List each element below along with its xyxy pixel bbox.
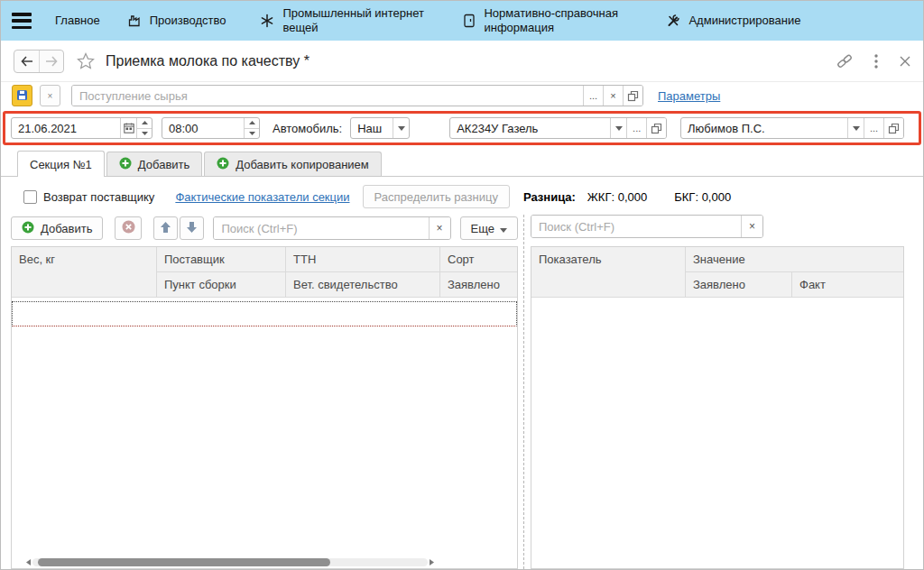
menu-item-industrial-iot[interactable]: Промышленный интернет вещей [260,6,427,34]
search-clear-icon[interactable]: × [429,217,450,239]
column-header[interactable]: Значение [686,247,903,272]
bkg-pair: БКГ: 0,000 [674,190,731,204]
column-header[interactable]: Сорт [440,247,517,272]
column-header[interactable]: Факт [792,272,903,298]
parameters-link[interactable]: Параметры [658,89,720,103]
choose-button[interactable]: ... [626,118,646,138]
favorite-star-icon[interactable] [77,52,95,69]
menu-item-reference-info[interactable]: Нормативно-справочная информация [463,6,630,34]
zhkg-pair: ЖКГ: 0,000 [587,190,647,204]
time-spinner [244,118,259,138]
column-header[interactable]: Заявлено [440,272,517,298]
return-to-supplier-checkbox[interactable] [23,190,37,204]
page-title: Приемка молока по качеству * [106,53,310,69]
add-row-label: Добавить [41,222,92,235]
open-item-icon[interactable] [883,118,903,138]
column-header[interactable]: Поставщик [157,247,286,272]
highlighted-fields-row: 21.06.2021 08:00 Автомобиль: Наш АК234У … [3,111,921,145]
tab-add-section[interactable]: Добавить [106,152,202,176]
kebab-menu-icon[interactable] [874,54,878,69]
tools-icon [666,14,680,28]
more-label: Еще [471,222,494,235]
spin-down-icon[interactable] [245,129,259,139]
spin-up-icon[interactable] [137,118,152,129]
date-value[interactable]: 21.06.2021 [12,118,120,138]
chevron-down-icon[interactable] [610,118,626,138]
panel-splitter[interactable] [518,215,531,569]
back-button[interactable] [14,51,39,72]
scroll-right-icon[interactable] [430,559,434,565]
suppliers-toolbar: Добавить × Еще [11,215,518,242]
column-header[interactable]: Пункт сборки [157,272,286,298]
base-document-input[interactable] [72,86,583,106]
new-row-cursor[interactable] [12,301,517,326]
scrollbar-track[interactable] [32,558,428,566]
section-tabs: Секция №1 Добавить Добавить копированием [1,145,923,177]
move-up-button[interactable] [153,216,178,240]
horizontal-scrollbar[interactable] [26,557,434,566]
move-down-button[interactable] [180,216,204,240]
column-header[interactable]: Вет. свидетельство [286,272,440,298]
titlebar-actions [836,53,910,69]
delete-row-button[interactable] [115,216,142,240]
tab-add-section-copy[interactable]: Добавить копированием [204,152,382,176]
time-value[interactable]: 08:00 [162,118,244,138]
column-header[interactable]: Вес, кг [12,247,157,298]
difference-label: Разница: [523,190,576,204]
menu-item-administration[interactable]: Администрирование [666,14,800,28]
vehicle-value[interactable]: АК234У Газель [450,118,610,138]
tab-label: Добавить [138,158,189,171]
document-state-button[interactable]: × [40,85,60,106]
indicators-table: Показатель Значение Заявлено Факт [531,246,904,569]
chevron-down-icon[interactable] [393,118,409,138]
link-icon[interactable] [836,53,853,69]
save-record-button[interactable] [12,85,32,106]
tab-section-1[interactable]: Секция №1 [17,151,105,177]
close-icon[interactable] [900,56,910,67]
plus-circle-icon [217,157,229,172]
column-header[interactable]: Показатель [531,247,686,298]
clear-button[interactable]: × [603,86,623,106]
menu-item-production[interactable]: Производство [127,14,226,28]
spin-up-icon[interactable] [245,118,259,129]
more-button[interactable]: Еще [460,216,518,240]
time-field-group: 08:00 [162,117,260,139]
arrow-up-icon [161,222,171,235]
plus-circle-icon [22,221,34,236]
add-row-button[interactable]: Добавить [11,216,103,240]
ownership-value[interactable]: Наш [351,118,393,138]
forward-button[interactable] [39,51,63,72]
menu-item-main[interactable]: Главное [55,14,100,28]
menu-item-label: Промышленный интернет вещей [282,6,427,34]
search-clear-icon[interactable]: × [741,216,762,237]
tab-label: Добавить копированием [236,158,369,171]
suppliers-search-input[interactable] [214,217,428,239]
actual-indicators-link[interactable]: Фактические показатели секции [175,190,349,204]
ownership-combo: Наш [350,117,410,139]
column-header[interactable]: ТТН [286,247,440,272]
chevron-down-icon[interactable] [847,118,864,138]
driver-combo: Любимов П.С. ... [680,117,904,139]
distribute-difference-button[interactable]: Распределить разницу [363,185,510,208]
indicators-search-input[interactable] [531,216,741,237]
date-field-group: 21.06.2021 [11,117,152,139]
spin-down-icon[interactable] [137,129,152,139]
suppliers-search: × [213,216,450,240]
plus-circle-icon [119,157,132,172]
scrollbar-thumb[interactable] [38,558,330,566]
column-header[interactable]: Заявлено [686,272,792,298]
driver-value[interactable]: Любимов П.С. [681,118,847,138]
open-document-icon[interactable] [623,86,642,106]
indicators-panel: × Показатель Значение Заявлено Факт [531,215,904,569]
vehicle-combo: АК234У Газель ... [449,117,667,139]
base-document-field-group: ... × [71,85,643,106]
indicators-toolbar: × [531,215,904,242]
open-item-icon[interactable] [646,118,666,138]
hamburger-menu-icon[interactable] [12,13,32,29]
calendar-icon[interactable] [120,118,136,138]
checkbox-label: Возврат поставщику [43,190,154,204]
choose-button[interactable]: ... [583,86,603,106]
section-controls-row: Возврат поставщику Фактические показател… [1,177,923,215]
choose-button[interactable]: ... [864,118,883,138]
scroll-left-icon[interactable] [26,559,31,565]
